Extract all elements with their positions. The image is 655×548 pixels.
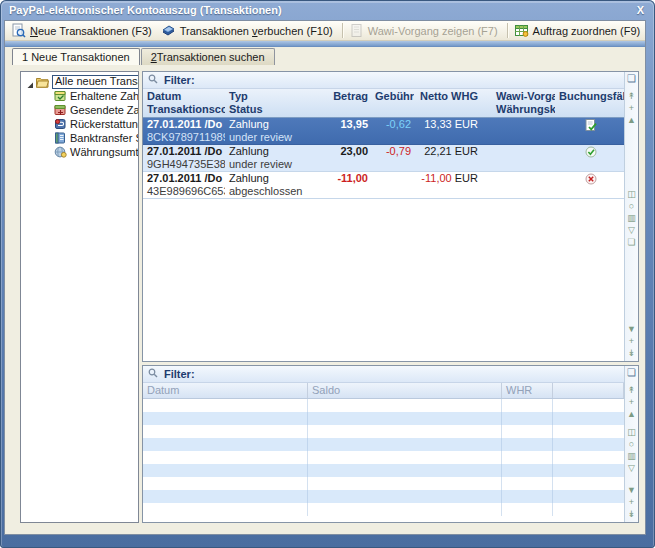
tree-item-label: Gesendete Zahlungen bbox=[70, 104, 139, 116]
post-transactions-icon bbox=[161, 23, 176, 38]
toolbar-separator bbox=[507, 23, 508, 38]
bookable-ok-circle-icon bbox=[585, 148, 597, 160]
transactions-grid-panel: Filter: DatumTransaktionscode TypStatus … bbox=[142, 71, 639, 362]
tree-item-erhaltene-zahlungen[interactable]: Erhaltene Zahlungen bbox=[21, 89, 138, 103]
bank-transfer-icon bbox=[54, 132, 67, 144]
transactions-filter-bar[interactable]: Filter: bbox=[143, 72, 624, 89]
post-transactions-button[interactable]: Transaktionen verbuchen (F10) bbox=[158, 22, 339, 39]
button-label: Wawi-Vorgang zeigen (F7) bbox=[368, 25, 498, 37]
transaction-row[interactable]: 27.01.2011 /Do9GH494735E3866936 Zahlungu… bbox=[143, 145, 624, 172]
app-window: PayPal-elektronischer Kontoauszug (Trans… bbox=[0, 0, 655, 548]
currency-exchange-icon bbox=[54, 146, 67, 158]
empty-row[interactable] bbox=[143, 464, 624, 477]
grid-side-toolbar: ❏ ↟ + ▲ ◫ ○ ▥ ▽ ▼ + ↡ bbox=[624, 366, 638, 522]
transaction-tree-panel: Alle neuen Transaktionen Erhaltene Zahlu… bbox=[20, 71, 139, 523]
transaction-row[interactable]: 27.01.2011 /Do8CK9789711989861D Zahlungu… bbox=[143, 118, 624, 145]
grid-empty-area bbox=[143, 199, 624, 361]
tab-strip: 1 Neue Transaktionen 2 Transaktionen suc… bbox=[5, 47, 645, 65]
view-icon[interactable]: ▥ bbox=[625, 212, 638, 224]
empty-row[interactable] bbox=[143, 399, 624, 412]
column-header-netto-whg[interactable]: Netto WHG bbox=[414, 89, 488, 117]
new-transactions-button[interactable]: Neue Transaktionen (F3) bbox=[8, 22, 158, 39]
column-chooser-icon[interactable]: ❏ bbox=[625, 73, 638, 85]
transaction-row[interactable]: 27.01.2011 /Do43E989696C6535442 Zahlunga… bbox=[143, 172, 624, 199]
add-row-icon[interactable]: + bbox=[625, 102, 638, 114]
column-header-wawi-vorgang[interactable]: Wawi-VorgangWährungskurs bbox=[488, 89, 555, 117]
window-title: PayPal-elektronischer Kontoauszug (Trans… bbox=[9, 4, 635, 16]
empty-row[interactable] bbox=[143, 490, 624, 503]
empty-row[interactable] bbox=[143, 412, 624, 425]
title-bar: PayPal-elektronischer Kontoauszug (Trans… bbox=[0, 0, 655, 20]
column-header-betrag[interactable]: Betrag bbox=[321, 89, 371, 117]
filter-icon[interactable]: ▽ bbox=[625, 224, 638, 236]
filter-label: Filter: bbox=[164, 368, 195, 380]
grid-side-toolbar: ❏ ↟ + ▲ ◫ ○ ▥ ▽ ❏ ▼ + ↡ bbox=[624, 72, 638, 361]
empty-row[interactable] bbox=[143, 425, 624, 438]
scroll-down-icon[interactable]: ▼ bbox=[625, 484, 638, 496]
close-button[interactable]: X bbox=[635, 4, 646, 16]
add-icon[interactable]: + bbox=[625, 335, 638, 347]
received-payments-icon bbox=[54, 90, 67, 102]
assign-order-button[interactable]: Auftrag zuordnen (F9) bbox=[511, 22, 646, 39]
scroll-top-icon[interactable]: ↟ bbox=[625, 90, 638, 102]
tree-item-gesendete-zahlungen[interactable]: Gesendete Zahlungen bbox=[21, 103, 138, 117]
column-header-typ[interactable]: TypStatus bbox=[225, 89, 321, 117]
scroll-bottom-icon[interactable]: ↡ bbox=[625, 508, 638, 520]
tree-item-label: Alle neuen Transaktionen bbox=[52, 75, 139, 89]
assign-order-icon bbox=[514, 23, 529, 38]
tree-item-label: Erhaltene Zahlungen bbox=[70, 90, 139, 102]
saldo-grid-panel: Filter: Datum Saldo WHR bbox=[142, 365, 639, 523]
saldo-filter-bar[interactable]: Filter: bbox=[143, 366, 624, 383]
column-header-datum[interactable]: Datum bbox=[143, 383, 308, 398]
tab-neue-transaktionen[interactable]: 1 Neue Transaktionen bbox=[12, 48, 140, 65]
column-header-whr[interactable]: WHR bbox=[502, 383, 553, 398]
scroll-up-icon[interactable]: ▲ bbox=[625, 408, 638, 420]
tree-expander-icon[interactable] bbox=[27, 79, 34, 86]
search-icon[interactable]: ○ bbox=[625, 438, 638, 450]
saldo-grid-rows bbox=[143, 399, 624, 522]
filter-magnifier-icon bbox=[148, 368, 158, 380]
scroll-bottom-icon[interactable]: ↡ bbox=[625, 347, 638, 359]
transactions-grid-header: DatumTransaktionscode TypStatus Betrag G… bbox=[143, 89, 624, 118]
show-wawi-button: Wawi-Vorgang zeigen (F7) bbox=[346, 22, 504, 39]
bookable-check-page-icon bbox=[585, 121, 597, 133]
search-icon[interactable]: ○ bbox=[625, 200, 638, 212]
column-header-buchungsfaehig[interactable]: Buchungsfähig bbox=[555, 89, 624, 117]
empty-row[interactable] bbox=[143, 451, 624, 464]
new-transactions-icon bbox=[11, 23, 26, 38]
filter-icon[interactable]: ▽ bbox=[625, 462, 638, 474]
layout-icon[interactable]: ❏ bbox=[625, 236, 638, 248]
tree-item-banktransfer-saldo[interactable]: Banktransfer Saldo bbox=[21, 131, 138, 145]
button-label: Auftrag zuordnen (F9) bbox=[533, 25, 641, 37]
column-header-empty bbox=[553, 383, 624, 398]
scroll-down-icon[interactable]: ▼ bbox=[625, 323, 638, 335]
scroll-up-icon[interactable]: ▲ bbox=[625, 114, 638, 126]
scroll-top-icon[interactable]: ↟ bbox=[625, 384, 638, 396]
empty-row[interactable] bbox=[143, 503, 624, 516]
tab-transaktionen-suchen[interactable]: 2 Transaktionen suchen bbox=[141, 48, 275, 65]
column-header-gebuehr[interactable]: Gebühr bbox=[371, 89, 414, 117]
sent-payments-icon bbox=[54, 104, 67, 116]
toolbar-separator bbox=[342, 23, 343, 38]
saldo-grid-header: Datum Saldo WHR bbox=[143, 383, 624, 399]
empty-row[interactable] bbox=[143, 438, 624, 451]
show-wawi-icon bbox=[349, 23, 364, 38]
fit-columns-icon[interactable]: ◫ bbox=[625, 426, 638, 438]
fit-columns-icon[interactable]: ◫ bbox=[625, 188, 638, 200]
column-header-datum[interactable]: DatumTransaktionscode bbox=[143, 89, 225, 117]
filter-label: Filter: bbox=[164, 74, 195, 86]
column-chooser-icon[interactable]: ❏ bbox=[625, 367, 638, 379]
tree-item-label: Banktransfer Saldo bbox=[70, 132, 139, 144]
bookable-no-circle-icon bbox=[585, 175, 597, 187]
tree-item-waehrungsumtausch[interactable]: Währungsumtausch bbox=[21, 145, 138, 159]
button-label: Transaktionen verbuchen (F10) bbox=[180, 25, 333, 37]
column-header-saldo[interactable]: Saldo bbox=[308, 383, 502, 398]
view-icon[interactable]: ▥ bbox=[625, 450, 638, 462]
empty-row[interactable] bbox=[143, 477, 624, 490]
add-row-icon[interactable]: + bbox=[625, 396, 638, 408]
content-area: Alle neuen Transaktionen Erhaltene Zahlu… bbox=[5, 65, 645, 534]
tree-item-alle-neuen-transaktionen[interactable]: Alle neuen Transaktionen bbox=[21, 75, 138, 89]
add-icon[interactable]: + bbox=[625, 496, 638, 508]
tree-item-rueckerstattungen[interactable]: Rückerstattungen bbox=[21, 117, 138, 131]
client-area: Neue Transaktionen (F3) Transaktionen ve… bbox=[4, 20, 646, 535]
